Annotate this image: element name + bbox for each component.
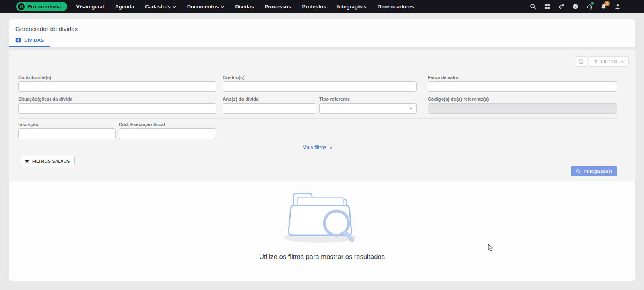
nav-integracoes[interactable]: Integrações <box>337 4 366 10</box>
search-submit-button[interactable]: PESQUISAR <box>571 166 617 176</box>
filter-row-3: Inscrição Cód. Execução fiscal <box>18 122 617 139</box>
nav-agenda[interactable]: Agenda <box>115 4 134 10</box>
filter-panel: FILTRO Contribuinte(s) Crédito(s) Faixa … <box>9 50 635 181</box>
field-label: Contribuinte(s) <box>18 75 216 80</box>
codigos-referente-input <box>428 103 617 114</box>
refresh-icon <box>578 59 584 64</box>
field-label: Crédito(s) <box>223 75 417 80</box>
saved-filters-button[interactable]: ★ FILTROS SALVOS <box>20 156 75 166</box>
main-content: FILTRO Contribuinte(s) Crédito(s) Faixa … <box>9 50 635 281</box>
field-faixa-valor: Faixa de valor <box>428 75 617 92</box>
help-icon[interactable]: ? <box>572 3 578 10</box>
filtro-toggle-button[interactable]: FILTRO <box>589 56 629 67</box>
brand-logo[interactable]: B Procuradoria <box>16 2 67 11</box>
field-label: Cód. Execução fiscal <box>119 122 216 127</box>
refresh-button[interactable] <box>575 56 587 67</box>
nav-protestos[interactable]: Protestos <box>302 4 326 10</box>
field-anos-divida: Ano(s) da dívida <box>223 97 316 114</box>
main-nav: Visão geral Agenda Cadastros Documentos … <box>76 4 414 10</box>
brand-name: Procuradoria <box>27 4 61 10</box>
chevron-down-icon <box>173 6 176 8</box>
page-header: Gerenciador de dívidas DÍVIDAS <box>9 19 635 47</box>
empty-folder-illustration <box>280 184 364 245</box>
nav-cadastros[interactable]: Cadastros <box>145 4 176 10</box>
notifications-bell-icon[interactable]: 3 <box>600 3 607 10</box>
cod-execucao-input[interactable] <box>119 128 216 139</box>
field-label: Tipo referente <box>319 97 417 102</box>
field-contribuintes: Contribuinte(s) <box>18 75 216 92</box>
situacao-input[interactable] <box>18 103 216 114</box>
chevron-down-icon <box>409 107 413 110</box>
svg-text:?: ? <box>574 4 576 8</box>
tab-dividas[interactable]: DÍVIDAS <box>9 38 50 47</box>
online-status-dot <box>591 2 594 5</box>
filter-fields: Contribuinte(s) Crédito(s) Faixa de valo… <box>15 67 629 150</box>
nav-visao-geral[interactable]: Visão geral <box>76 4 104 10</box>
support-headset-icon[interactable] <box>586 3 592 10</box>
inscricao-input[interactable] <box>18 128 116 139</box>
filter-row-1: Contribuinte(s) Crédito(s) Faixa de valo… <box>18 75 617 92</box>
user-icon[interactable] <box>614 3 621 10</box>
chevron-down-icon <box>221 6 224 8</box>
brand-b-icon: B <box>18 3 25 10</box>
nav-documentos[interactable]: Documentos <box>187 4 225 10</box>
filter-section-divider <box>18 118 617 119</box>
settings-gears-icon[interactable] <box>558 3 564 10</box>
field-cod-execucao: Cód. Execução fiscal <box>119 122 216 139</box>
panel-actions: FILTRO <box>15 56 629 67</box>
more-filters-link[interactable]: Mais filtros <box>18 145 617 150</box>
field-tipo-referente: Tipo referente <box>319 97 417 114</box>
nav-gerenciadores[interactable]: Gerenciadores <box>377 4 414 10</box>
field-label: Situação(ções) da dívida <box>18 97 216 102</box>
field-label: Faixa de valor <box>428 75 617 80</box>
tab-bar: DÍVIDAS <box>9 38 635 47</box>
empty-state-message: Utilize os filtros para mostrar os resul… <box>259 253 385 261</box>
nav-processos[interactable]: Processos <box>265 4 291 10</box>
field-codigos-referente: Código(s) do(s) referente(s) <box>428 97 617 114</box>
search-icon[interactable] <box>530 3 536 10</box>
field-label: Inscrição <box>18 122 116 127</box>
star-icon: ★ <box>25 158 29 164</box>
field-inscricao: Inscrição <box>18 122 116 139</box>
top-navbar: B Procuradoria Visão geral Agenda Cadast… <box>0 0 644 13</box>
anos-divida-input[interactable] <box>223 103 316 114</box>
creditos-input[interactable] <box>223 81 417 92</box>
apps-grid-icon[interactable] <box>544 3 550 10</box>
contribuintes-input[interactable] <box>18 81 216 92</box>
field-situacao: Situação(ções) da dívida <box>18 97 216 114</box>
field-label: Código(s) do(s) referente(s) <box>428 97 617 102</box>
results-area: Utilize os filtros para mostrar os resul… <box>9 181 635 281</box>
notification-badge: 3 <box>604 1 610 6</box>
field-creditos: Crédito(s) <box>223 75 417 92</box>
chevron-down-icon <box>329 146 333 149</box>
search-icon <box>576 169 581 174</box>
funnel-icon <box>594 59 598 64</box>
field-label: Ano(s) da dívida <box>223 97 316 102</box>
chevron-up-icon <box>620 60 624 63</box>
tipo-referente-select[interactable] <box>319 103 417 114</box>
page-title: Gerenciador de dívidas <box>9 19 635 32</box>
money-icon <box>15 38 21 43</box>
faixa-valor-input[interactable] <box>428 81 617 92</box>
nav-dividas[interactable]: Dívidas <box>235 4 254 10</box>
filter-row-2: Situação(ções) da dívida Ano(s) da dívid… <box>18 97 617 114</box>
navbar-actions: ? 3 <box>530 3 621 10</box>
tab-label: DÍVIDAS <box>24 38 44 43</box>
